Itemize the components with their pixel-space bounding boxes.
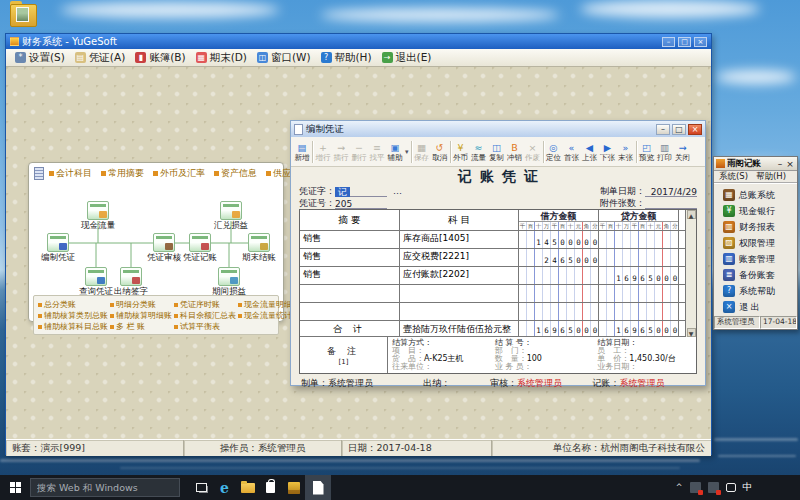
attach-field[interactable]: [645, 198, 697, 209]
update-icon[interactable]: [708, 482, 719, 493]
close-icon[interactable]: ×: [688, 124, 702, 135]
flow-node-exchange-gain-loss[interactable]: 汇兑损益: [207, 201, 255, 231]
toolbar-offset-button[interactable]: B冲销: [506, 142, 524, 162]
toolbar-void-button: ×作废: [524, 142, 542, 162]
voucher-row[interactable]: [300, 303, 685, 321]
toolbar-preview-button[interactable]: ◰预览: [638, 142, 656, 162]
launcher-titlebar[interactable]: 雨阁记账 – ×: [714, 157, 797, 171]
launcher-item-backup-account[interactable]: ≣备份账套: [723, 267, 797, 283]
maximize-icon[interactable]: □: [678, 37, 691, 47]
scroll-up-icon[interactable]: ▲: [687, 210, 696, 219]
flow-node-cashier-sign[interactable]: 出纳签字: [107, 267, 155, 297]
toolbar-label: 删行: [352, 153, 367, 162]
message-icon[interactable]: [726, 483, 736, 492]
close-icon[interactable]: ×: [694, 37, 707, 47]
launcher-item-ledger-system[interactable]: ▦总账系统: [723, 187, 797, 203]
toolbar-print-button[interactable]: ▥打印: [656, 142, 674, 162]
edge-button[interactable]: e: [213, 475, 236, 500]
launcher-menu-help[interactable]: 帮助(H): [756, 171, 786, 183]
link-label: 凭证序时账: [180, 299, 220, 310]
active-app-button[interactable]: [305, 475, 331, 500]
toolbar-locate-button[interactable]: ◎定位: [545, 142, 563, 162]
digit-cell: [535, 303, 543, 320]
voucher-word-field[interactable]: 记: [335, 186, 387, 197]
search-input[interactable]: [30, 478, 180, 497]
finance-app-button[interactable]: [282, 475, 305, 500]
browse-button[interactable]: …: [393, 186, 402, 196]
launcher-item-exit[interactable]: ×退 出: [723, 299, 797, 315]
report-link[interactable]: 明细分类账: [108, 299, 172, 310]
launcher-item-account-set-mgmt[interactable]: ▥账套管理: [723, 251, 797, 267]
menu-item-settings[interactable]: *设置(S): [10, 50, 70, 66]
launcher-menu-system[interactable]: 系统(S): [719, 171, 748, 183]
toolbar-label: 首张: [564, 153, 579, 162]
menu-item-period-end[interactable]: ▦期末(D): [191, 50, 252, 66]
maximize-icon[interactable]: □: [672, 124, 686, 135]
digit-grid: 14500000: [519, 231, 598, 248]
report-link[interactable]: 凭证序时账: [172, 299, 236, 310]
voucher-row[interactable]: 销售库存商品[1405]14500000: [300, 231, 685, 249]
digit-cell: 0: [575, 321, 583, 336]
toolbar-cashflow-button[interactable]: ≈流量: [470, 142, 488, 162]
launcher-item-financial-reports[interactable]: ▥财务报表: [723, 219, 797, 235]
report-link[interactable]: 试算平衡表: [172, 321, 236, 332]
date-field[interactable]: 2017/4/29: [645, 186, 697, 197]
language-indicator[interactable]: 中: [743, 481, 753, 494]
toolbar-cancel-button[interactable]: ↺取消: [431, 142, 449, 162]
launcher-item-system-help[interactable]: ?系统帮助: [723, 283, 797, 299]
notification-icon[interactable]: [690, 482, 701, 493]
toolbar-close-button[interactable]: →关闭: [674, 142, 692, 162]
voucher-row[interactable]: 销售应付账款[2202]16965000: [300, 267, 685, 285]
toolbar-forex-button[interactable]: ¥外币: [452, 142, 470, 162]
flow-node-period-close[interactable]: 期末结账: [235, 233, 283, 263]
toolbar-prev-button[interactable]: ◀上张: [581, 142, 599, 162]
voucher-no-field[interactable]: 205: [335, 198, 387, 209]
toolbar-copy-button[interactable]: ◫复制: [488, 142, 506, 162]
report-link[interactable]: 辅助核算类别总账: [36, 310, 108, 321]
dialog-titlebar[interactable]: 编制凭证 – □ ×: [291, 121, 705, 137]
menu-item-voucher[interactable]: ▤凭证(A): [70, 50, 130, 66]
launcher-item-cash-bank[interactable]: ¥现金银行: [723, 203, 797, 219]
report-link[interactable]: 辅助核算科目总账: [36, 321, 108, 332]
file-explorer-button[interactable]: [236, 475, 259, 500]
ruler-cell: 分: [671, 222, 679, 230]
user-folder-icon[interactable]: [10, 4, 37, 27]
tray-chevron-icon[interactable]: ^: [676, 483, 683, 492]
voucher-row[interactable]: 销售应交税费[2221]2465000: [300, 249, 685, 267]
task-view-button[interactable]: [190, 475, 213, 500]
vertical-scrollbar[interactable]: ▲ ▼: [685, 210, 696, 337]
store-button[interactable]: [259, 475, 282, 500]
flow-node-create-voucher[interactable]: 编制凭证: [34, 233, 82, 263]
menu-item-books[interactable]: ▮账簿(B): [130, 50, 190, 66]
flow-node-label: 期间损益: [205, 286, 253, 297]
toolbar-new-button[interactable]: ▤新增: [293, 142, 311, 162]
toolbar-next-button[interactable]: ▶下张: [599, 142, 617, 162]
toolbar-last-button[interactable]: »末张: [617, 142, 635, 162]
report-link[interactable]: 辅助核算明细账: [108, 310, 172, 321]
minimize-icon[interactable]: –: [656, 124, 670, 135]
voucher-row[interactable]: [300, 285, 685, 303]
menu-item-help[interactable]: ?帮助(H): [316, 50, 377, 66]
cloud: [580, 0, 760, 18]
flow-node-post-voucher[interactable]: 凭证记账: [176, 233, 224, 263]
menu-item-exit[interactable]: →退出(E): [377, 50, 437, 66]
launcher-item-permission-mgmt[interactable]: ▨权限管理: [723, 235, 797, 251]
main-titlebar[interactable]: 财务系统 - YuGeSoft – □ ×: [6, 34, 711, 49]
workspace: 会计科目常用摘要外币及汇率资产信息供应商信息 总分类账辅助核算类别总账辅助核算科…: [6, 67, 711, 439]
flow-node-period-pnl[interactable]: 期间损益: [205, 267, 253, 297]
digit-cell: 1: [535, 321, 543, 336]
flow-node-cash-flow[interactable]: 现金流量: [74, 201, 122, 231]
digit-cell: [519, 231, 527, 248]
report-link[interactable]: 科目余额汇总表: [172, 310, 236, 321]
start-button[interactable]: [0, 475, 30, 500]
close-icon[interactable]: ×: [785, 158, 795, 170]
report-link[interactable]: 多 栏 账: [108, 321, 172, 332]
report-link[interactable]: 总分类账: [36, 299, 108, 310]
toolbar-first-button[interactable]: «首张: [563, 142, 581, 162]
menu-item-window[interactable]: ◫窗口(W): [252, 50, 316, 66]
dropdown-icon[interactable]: ▾: [405, 148, 409, 156]
minimize-icon[interactable]: –: [662, 37, 675, 47]
toolbar-assist-button[interactable]: ▣辅助: [386, 142, 404, 162]
minimize-icon[interactable]: –: [775, 158, 785, 170]
scroll-down-icon[interactable]: ▼: [687, 328, 696, 337]
